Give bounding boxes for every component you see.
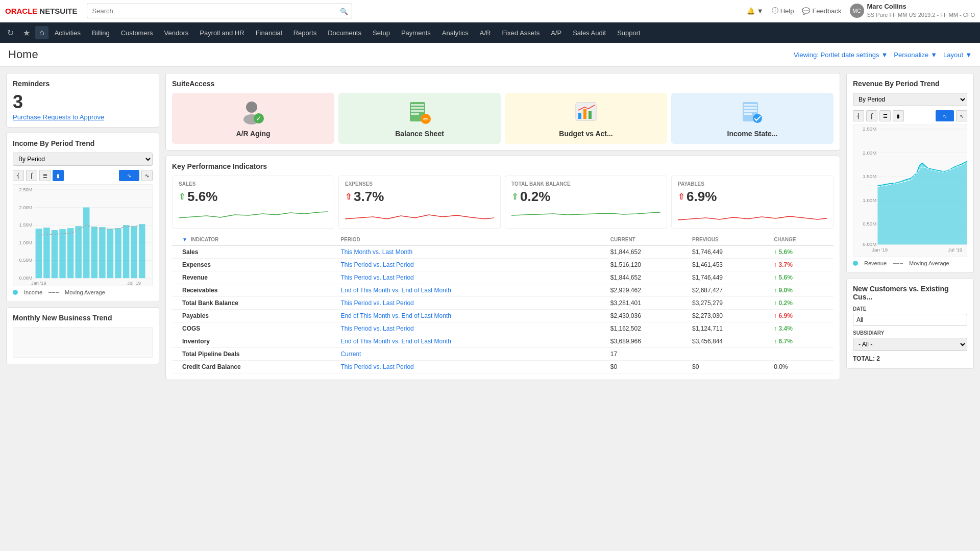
svg-text:✓: ✓: [256, 114, 262, 122]
center-column: SuiteAccess ✓ A/R Aging: [165, 73, 840, 548]
income-period-select[interactable]: By Period By Month By Quarter By Year: [13, 153, 153, 166]
history-icon-btn[interactable]: ↻: [3, 26, 18, 40]
suite-access-portlet: SuiteAccess ✓ A/R Aging: [165, 73, 840, 151]
period-link-cell[interactable]: This Period vs. Last Period: [338, 361, 608, 373]
change-cell: ↑ 5.6%: [772, 271, 834, 284]
change-cell: ↑ 5.6%: [772, 246, 834, 259]
current-cell: $1,162,502: [608, 322, 690, 335]
sidebar-item-billing[interactable]: Billing: [87, 27, 115, 39]
kpi-col-previous: PREVIOUS: [690, 234, 772, 246]
rev-area-btn[interactable]: ⎧: [866, 110, 877, 121]
svg-text:1.00M: 1.00M: [19, 240, 32, 245]
home-icon-btn[interactable]: ⌂: [35, 26, 48, 39]
suite-card-budget[interactable]: Budget vs Act...: [505, 93, 667, 144]
favorites-icon-btn[interactable]: ★: [19, 26, 34, 40]
period-link-cell[interactable]: End of This Month vs. End of Last Month: [338, 310, 608, 322]
change-cell: ↑ 3.4%: [772, 322, 834, 335]
sidebar-item-activities[interactable]: Activities: [50, 27, 86, 39]
kpi-sales-number: 5.6%: [187, 189, 217, 205]
logo-netsuite: NETSUITE: [39, 7, 77, 15]
svg-rect-16: [67, 228, 74, 278]
balance-sheet-icon: ✏: [342, 99, 497, 127]
notifications-icon-btn[interactable]: 🔔 ▼: [747, 7, 764, 15]
line-chart2-btn[interactable]: ∿: [141, 170, 153, 181]
rev-wave-btn[interactable]: ∿: [936, 110, 954, 121]
feedback-label: Feedback: [812, 7, 841, 15]
kpi-title: Key Performance Indicators: [172, 162, 834, 170]
sidebar-item-setup[interactable]: Setup: [368, 27, 395, 39]
search-input[interactable]: [87, 4, 352, 18]
date-label: DATE: [853, 306, 967, 312]
kpi-expenses-sparkline: [345, 208, 494, 223]
sidebar-item-support[interactable]: Support: [612, 27, 646, 39]
sidebar-item-payments[interactable]: Payments: [396, 27, 436, 39]
sidebar-item-analytics[interactable]: Analytics: [437, 27, 474, 39]
svg-text:0.00M: 0.00M: [863, 242, 876, 247]
period-link-cell[interactable]: This Month vs. Last Month: [338, 246, 608, 259]
period-link-cell[interactable]: This Period vs. Last Period: [338, 297, 608, 310]
income-trend-title: Income By Period Trend: [13, 139, 153, 147]
help-btn[interactable]: ⓘ Help: [772, 6, 794, 15]
sidebar-item-ar[interactable]: A/R: [475, 27, 496, 39]
period-link-cell[interactable]: Current: [338, 348, 608, 361]
search-icon[interactable]: 🔍: [340, 7, 348, 15]
filter-btn[interactable]: ☰: [39, 170, 51, 181]
svg-point-28: [246, 102, 257, 113]
suite-card-ar-aging[interactable]: ✓ A/R Aging: [172, 93, 334, 144]
header-actions: Viewing: Portlet date settings ▼ Persona…: [794, 51, 972, 59]
wave-chart-btn[interactable]: ∿: [119, 170, 139, 181]
period-link-cell[interactable]: This Period vs. Last Period: [338, 322, 608, 335]
user-menu[interactable]: MC Marc Collins SS Pure FF MM US 2019.2 …: [850, 3, 975, 19]
subsidiary-select[interactable]: - All -: [853, 338, 967, 351]
svg-rect-36: [411, 113, 419, 115]
period-link-cell[interactable]: End of This Month vs. End of Last Month: [338, 335, 608, 348]
sidebar-item-payroll[interactable]: Payroll and HR: [194, 27, 249, 39]
line-chart-btn[interactable]: ⎨: [13, 170, 24, 181]
rev-bar-btn[interactable]: ▮: [893, 110, 904, 121]
logo: ORACLE NETSUITE: [5, 7, 78, 15]
table-row: Sales This Month vs. Last Month $1,844,6…: [172, 246, 834, 259]
layout-link[interactable]: Layout ▼: [943, 51, 972, 59]
avatar: MC: [850, 4, 864, 18]
date-input[interactable]: [853, 314, 967, 326]
sidebar-item-reports[interactable]: Reports: [288, 27, 322, 39]
reminders-link[interactable]: Purchase Requests to Approve: [13, 113, 153, 121]
indicator-toggle-icon[interactable]: ▼: [182, 237, 187, 242]
sidebar-item-financial[interactable]: Financial: [251, 27, 287, 39]
sidebar-item-fixed-assets[interactable]: Fixed Assets: [497, 27, 545, 39]
svg-text:2.50M: 2.50M: [863, 127, 876, 132]
bar-chart-btn[interactable]: ▮: [53, 170, 64, 181]
subsidiary-label: SUBSIDIARY: [853, 330, 967, 336]
personalize-link[interactable]: Personalize ▼: [894, 51, 937, 59]
income-trend-portlet: Income By Period Trend By Period By Mont…: [6, 133, 159, 302]
current-cell: $3,281,401: [608, 297, 690, 310]
sidebar-item-sales-audit[interactable]: Sales Audit: [568, 27, 611, 39]
rev-line2-btn[interactable]: ∿: [956, 110, 967, 121]
page-title: Home: [8, 48, 38, 61]
revenue-period-select[interactable]: By Period By Month By Quarter By Year: [853, 93, 967, 106]
rev-line-btn[interactable]: ⎨: [853, 110, 864, 121]
kpi-payables-value: ⇧ 6.9%: [678, 189, 827, 205]
feedback-btn[interactable]: 💬 Feedback: [802, 7, 841, 15]
left-column: Reminders 3 Purchase Requests to Approve…: [6, 73, 159, 548]
sidebar-item-documents[interactable]: Documents: [323, 27, 366, 39]
period-link-cell[interactable]: This Period vs. Last Period: [338, 259, 608, 271]
sidebar-item-customers[interactable]: Customers: [116, 27, 158, 39]
period-link-cell[interactable]: End of This Month vs. End of Last Month: [338, 284, 608, 297]
suite-card-balance-sheet[interactable]: ✏ Balance Sheet: [338, 93, 501, 144]
chevron-down-icon: ▼: [930, 51, 937, 59]
sidebar-item-ap[interactable]: A/P: [546, 27, 567, 39]
income-chart-controls: ⎨ ⎧ ☰ ▮ ∿ ∿: [13, 170, 153, 181]
kpi-col-indicator[interactable]: ▼ INDICATOR: [172, 234, 338, 246]
period-link-cell[interactable]: This Period vs. Last Period: [338, 271, 608, 284]
svg-text:Jan '19: Jan '19: [31, 281, 46, 286]
indicator-cell: Expenses: [172, 259, 338, 271]
suite-access-title: SuiteAccess: [172, 80, 834, 88]
viewing-portlet-settings[interactable]: Viewing: Portlet date settings ▼: [794, 51, 888, 59]
kpi-col-period: PERIOD: [338, 234, 608, 246]
rev-filter-btn[interactable]: ☰: [879, 110, 891, 121]
svg-text:2.50M: 2.50M: [19, 187, 32, 192]
suite-card-income-statement[interactable]: Income State...: [671, 93, 834, 144]
sidebar-item-vendors[interactable]: Vendors: [159, 27, 194, 39]
area-chart-btn[interactable]: ⎧: [26, 170, 37, 181]
